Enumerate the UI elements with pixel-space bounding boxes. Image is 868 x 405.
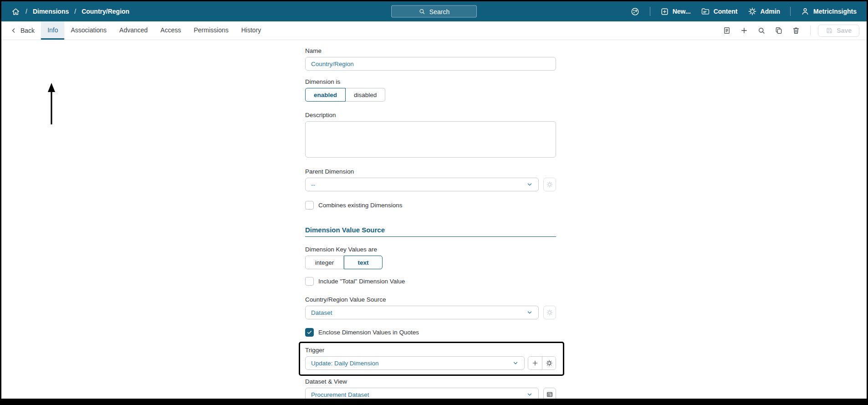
enabled-option[interactable]: enabled (305, 88, 346, 102)
app-window: / Dimensions / Country/Region Search (0, 0, 868, 405)
value-source-settings-button[interactable] (543, 306, 556, 319)
section-title: Dimension Value Source (305, 226, 556, 237)
breadcrumb-item-current: Country/Region (82, 8, 129, 15)
save-icon (826, 27, 833, 34)
tab-info[interactable]: Info (41, 21, 64, 40)
disabled-option[interactable]: disabled (346, 88, 385, 102)
annotation-arrow (45, 82, 58, 128)
integer-option[interactable]: integer (305, 256, 344, 269)
chevron-left-icon (10, 27, 17, 34)
breadcrumb-separator: / (26, 8, 27, 15)
add-button[interactable] (737, 24, 751, 37)
back-label: Back (20, 27, 35, 34)
account-label: MetricInsights (813, 8, 857, 15)
value-source-select[interactable]: Dataset (305, 306, 539, 319)
window-bottom-frame (1, 399, 867, 405)
chevron-down-icon (526, 391, 533, 398)
divider (790, 7, 791, 16)
parent-dimension-settings-button[interactable] (543, 178, 556, 191)
dimension-editor-form: Name Dimension is enabled disabled Descr… (305, 40, 556, 401)
search-icon (419, 8, 425, 15)
include-total-checkbox[interactable] (305, 277, 314, 286)
tab-history[interactable]: History (235, 21, 268, 40)
text-option[interactable]: text (344, 256, 383, 269)
home-icon[interactable] (11, 7, 20, 16)
account-button[interactable]: MetricInsights (801, 7, 857, 16)
content-button[interactable]: Content (701, 7, 738, 16)
user-icon (801, 7, 810, 16)
dataset-view-value: Procurement Dataset (311, 391, 369, 398)
dimension-is-label: Dimension is (305, 78, 556, 86)
dataset-view-label: Dataset & View (305, 378, 556, 385)
breadcrumb-item-dimensions[interactable]: Dimensions (33, 8, 69, 15)
save-label: Save (837, 27, 852, 34)
parent-dimension-select[interactable]: -- (305, 178, 539, 191)
admin-button[interactable]: Admin (748, 7, 781, 16)
key-values-label: Dimension Key Values are (305, 246, 556, 253)
assistant-icon[interactable] (630, 7, 640, 16)
delete-button[interactable] (789, 24, 803, 37)
notes-button[interactable] (720, 24, 734, 37)
trigger-actions (528, 356, 556, 370)
enclose-quotes-checkbox[interactable] (305, 328, 314, 337)
value-source-value: Dataset (311, 309, 332, 316)
save-button[interactable]: Save (818, 25, 859, 37)
back-button[interactable]: Back (1, 21, 41, 40)
content-label: Content (714, 8, 738, 15)
annotation-rectangle: Trigger Update: Daily Dimension (299, 342, 564, 376)
divider (650, 7, 650, 16)
trigger-select[interactable]: Update: Daily Dimension (305, 356, 525, 370)
breadcrumb-separator: / (74, 8, 76, 15)
description-textarea[interactable] (305, 121, 556, 158)
description-label: Description (305, 112, 556, 119)
tab-permissions[interactable]: Permissions (187, 21, 235, 40)
top-header: / Dimensions / Country/Region Search (1, 1, 867, 21)
include-total-checkbox-row[interactable]: Include "Total" Dimension Value (305, 277, 556, 286)
gear-icon (748, 7, 757, 16)
parent-dimension-label: Parent Dimension (305, 168, 556, 175)
name-input[interactable] (305, 57, 556, 71)
combines-existing-checkbox[interactable] (305, 201, 314, 210)
dimension-is-toggle: enabled disabled (305, 88, 385, 102)
search-placeholder: Search (429, 8, 449, 15)
parent-dimension-value: -- (311, 181, 315, 188)
search-input[interactable]: Search (391, 5, 477, 18)
trigger-value: Update: Daily Dimension (311, 360, 379, 367)
tab-advanced[interactable]: Advanced (113, 21, 154, 40)
admin-label: Admin (761, 8, 781, 15)
trigger-settings-button[interactable] (542, 357, 556, 369)
include-total-label: Include "Total" Dimension Value (318, 278, 405, 285)
tab-access[interactable]: Access (154, 21, 187, 40)
tab-toolbar: Back Info Associations Advanced Access P… (1, 21, 867, 40)
chevron-down-icon (526, 309, 533, 316)
enclose-quotes-checkbox-row[interactable]: Enclose Dimension Values in Quotes (305, 328, 556, 337)
breadcrumb: / Dimensions / Country/Region (1, 7, 129, 16)
folder-icon (701, 7, 710, 16)
trigger-add-button[interactable] (528, 357, 542, 369)
top-nav: New... Content Admin (630, 7, 867, 16)
search-tool-button[interactable] (755, 24, 768, 37)
chevron-down-icon (512, 360, 519, 366)
duplicate-button[interactable] (772, 24, 786, 37)
combines-existing-checkbox-row[interactable]: Combines existing Dimensions (305, 201, 556, 210)
chevron-down-icon (526, 181, 533, 188)
combines-existing-label: Combines existing Dimensions (318, 202, 403, 209)
divider (810, 26, 811, 36)
main-content: Name Dimension is enabled disabled Descr… (1, 40, 867, 399)
name-label: Name (305, 47, 556, 55)
value-source-label: Country/Region Value Source (305, 296, 556, 303)
new-label: New... (673, 8, 691, 15)
tab-associations[interactable]: Associations (64, 21, 113, 40)
plus-square-icon (660, 7, 669, 16)
enclose-quotes-label: Enclose Dimension Values in Quotes (318, 329, 419, 336)
new-button[interactable]: New... (660, 7, 691, 16)
key-values-toggle: integer text (305, 256, 383, 269)
trigger-label: Trigger (305, 347, 556, 354)
toolbar-actions: Save (720, 21, 867, 40)
